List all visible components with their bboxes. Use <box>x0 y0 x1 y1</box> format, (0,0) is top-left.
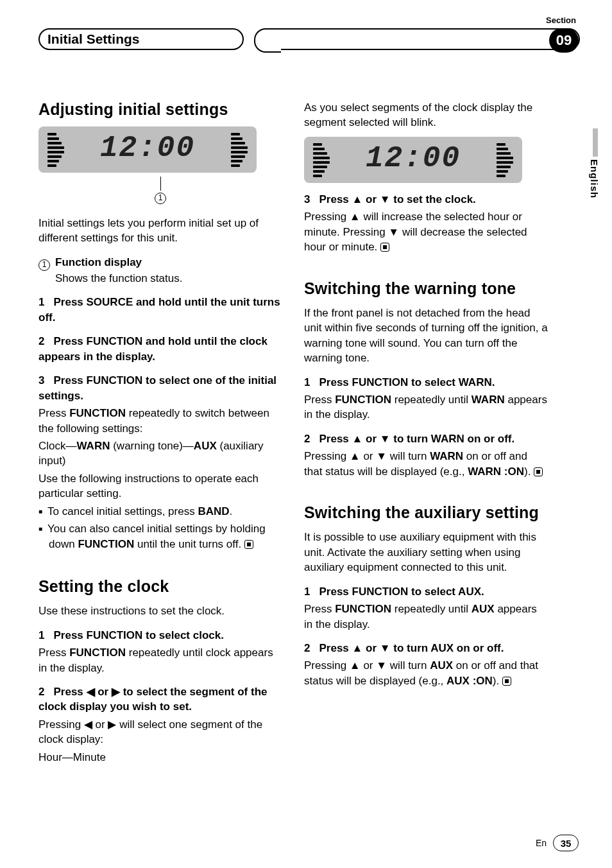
step-3-body-1: Press FUNCTION repeatedly to switch betw… <box>38 406 282 436</box>
step-2: 2Press FUNCTION and hold until the clock… <box>38 334 282 364</box>
end-mark-icon <box>380 243 389 252</box>
clock-step-2-body2: Hour—Minute <box>38 750 282 765</box>
title-pill: Initial Settings <box>38 28 244 50</box>
bullet-2: You can also cancel initial settings by … <box>38 521 282 551</box>
header-pill-right: 09 <box>267 28 580 50</box>
end-mark-icon <box>244 540 253 549</box>
aux-step-1: 1Press FUNCTION to select AUX. <box>304 584 548 599</box>
side-tab-marker <box>593 128 598 157</box>
step-3: 3Press FUNCTION to select one of the ini… <box>38 373 282 403</box>
footer-page-number: 35 <box>553 835 579 851</box>
clock-step-1: 1Press FUNCTION to select clock. <box>38 628 282 643</box>
right-step-3-body: Pressing ▲ will increase the selected ho… <box>304 209 548 254</box>
aux-intro: It is possible to use auxiliary equipmen… <box>304 530 548 575</box>
lcd-digits-2: 12:00 <box>304 142 522 175</box>
lcd-digits-1: 12:00 <box>38 132 257 165</box>
warn-intro: If the front panel is not detached from … <box>304 306 548 366</box>
section-label: Section <box>546 15 576 25</box>
heading-switching-aux: Switching the auxiliary setting <box>304 503 548 522</box>
right-column: As you select segments of the clock disp… <box>304 100 548 765</box>
heading-switching-warning-tone: Switching the warning tone <box>304 279 548 298</box>
warn-step-1: 1Press FUNCTION to select WARN. <box>304 375 548 390</box>
end-mark-icon <box>502 677 511 686</box>
setting-clock-intro: Use these instructions to set the clock. <box>38 603 282 618</box>
page-footer: En 35 <box>536 835 579 851</box>
circled-1-icon: 1 <box>38 259 50 271</box>
function-display-label: Function display <box>55 256 142 268</box>
step-1: 1Press SOURCE and hold until the unit tu… <box>38 295 282 325</box>
step-3-body-3: Use the following instructions to operat… <box>38 471 282 501</box>
page-header: Section Initial Settings 09 <box>38 26 580 64</box>
right-top-paragraph: As you select segments of the clock disp… <box>304 100 548 130</box>
footer-lang: En <box>536 838 547 848</box>
bullet-1: To cancel initial settings, press BAND. <box>38 504 282 519</box>
end-mark-icon <box>534 467 543 476</box>
lcd-display-1: 12:00 <box>38 126 257 173</box>
side-tab-language: English <box>589 159 600 198</box>
function-display-desc: Shows the function status. <box>38 271 282 286</box>
page-title: Initial Settings <box>47 31 140 47</box>
heading-adjusting-initial-settings: Adjusting initial settings <box>38 100 282 119</box>
aux-step-2-body: Pressing ▲ or ▼ will turn AUX on or off … <box>304 658 548 688</box>
step-3-body-2: Clock—WARN (warning tone)—AUX (auxiliary… <box>38 438 282 469</box>
clock-step-1-body: Press FUNCTION repeatedly until clock ap… <box>38 645 282 675</box>
lcd-display-2: 12:00 <box>304 137 522 183</box>
section-number-badge: 09 <box>549 28 579 53</box>
language-side-tab: English <box>588 128 600 198</box>
clock-step-2-body: Pressing ◀ or ▶ will select one segment … <box>38 717 282 747</box>
intro-paragraph: Initial settings lets you perform initia… <box>38 216 282 246</box>
callout-marker-1: 1 <box>155 193 166 204</box>
warn-step-1-body: Press FUNCTION repeatedly until WARN app… <box>304 392 548 422</box>
warn-step-2: 2Press ▲ or ▼ to turn WARN on or off. <box>304 431 548 446</box>
clock-step-2: 2Press ◀ or ▶ to select the segment of t… <box>38 684 282 715</box>
lcd-callout: 1 <box>38 177 282 204</box>
heading-setting-the-clock: Setting the clock <box>38 577 282 596</box>
lcd-bars-right-icon <box>231 133 248 166</box>
function-display-label-row: 1Function display <box>38 255 282 271</box>
aux-step-1-body: Press FUNCTION repeatedly until AUX appe… <box>304 602 548 632</box>
warn-step-2-body: Pressing ▲ or ▼ will turn WARN on or off… <box>304 449 548 479</box>
lcd2-bars-right-icon <box>497 143 513 177</box>
right-step-3: 3Press ▲ or ▼ to set the clock. <box>304 192 548 207</box>
left-column: Adjusting initial settings 12:00 1 Initi… <box>38 100 282 765</box>
aux-step-2: 2Press ▲ or ▼ to turn AUX on or off. <box>304 641 548 655</box>
